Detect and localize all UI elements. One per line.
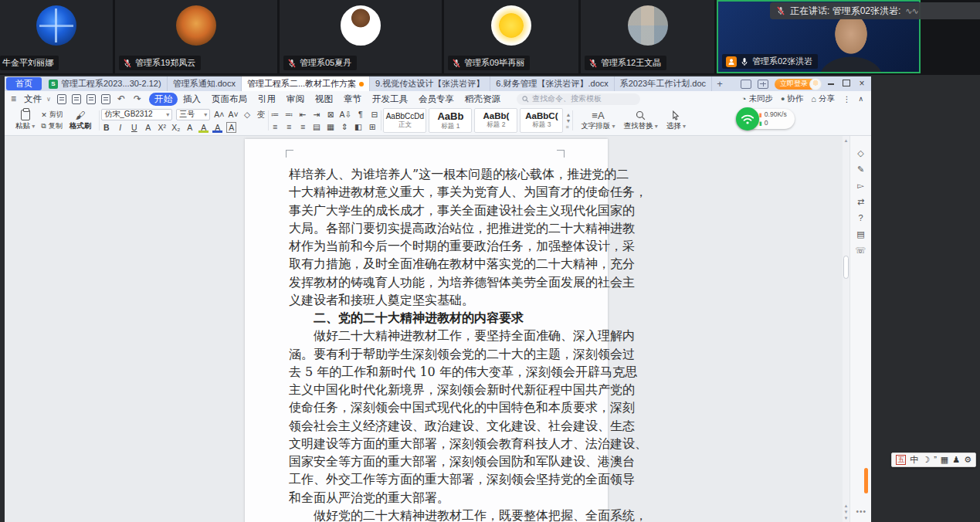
sidebar-tool-icon[interactable]: ⇄ (855, 197, 867, 207)
undo-icon[interactable]: ↶ (116, 93, 127, 104)
font-tool-icon[interactable]: 变 (256, 109, 266, 120)
sidebar-tool-icon[interactable]: ✎ (855, 164, 867, 175)
ribbon-tab-home[interactable]: 开始 (149, 93, 178, 106)
doc-tab[interactable]: W 系2023年工作计划.doc (615, 76, 712, 91)
redo-icon[interactable]: ↷ (132, 93, 143, 104)
paragraph-tool-icon[interactable]: ⇤ (298, 109, 308, 120)
font-format-button[interactable]: A (198, 122, 209, 133)
style-normal[interactable]: AaBbCcDd正文 (383, 108, 426, 133)
font-name-select[interactable]: 仿宋_GB2312▾ (101, 109, 172, 120)
font-size-select[interactable]: 三号▾ (176, 109, 210, 120)
style-heading3[interactable]: AaBbC(标题 3 (520, 108, 563, 133)
ime-bar-item[interactable]: ☽ (922, 454, 930, 466)
cut-button[interactable]: ✕剪切 (41, 110, 63, 120)
paragraph-tool-icon[interactable]: ⊟ (369, 109, 379, 120)
prev-page-icon[interactable]: ▲ (843, 503, 849, 508)
sidebar-tool-icon[interactable]: ◇ (855, 148, 867, 158)
ribbon-tab-insert[interactable]: 插入 (178, 93, 206, 106)
login-button[interactable]: 立即登录 (775, 79, 820, 90)
sidebar-tool-icon[interactable]: ▻ (855, 181, 867, 191)
new-tab-button[interactable]: + (712, 76, 727, 91)
print-icon[interactable] (86, 94, 96, 104)
sidebar-more-button[interactable]: ••• (856, 507, 866, 516)
export-pdf-icon[interactable] (72, 94, 81, 104)
paragraph-tool-icon[interactable]: ▤ (312, 121, 322, 132)
paragraph-tool-icon[interactable]: ¶ (355, 109, 365, 120)
paragraph-tool-icon[interactable]: ≔ (270, 109, 280, 120)
ribbon-tab-developer[interactable]: 开发工具 (367, 93, 413, 106)
ime-bar-item[interactable]: 五 (896, 455, 906, 465)
video-tile[interactable]: 管理系12王文晶 (581, 0, 714, 73)
document-page[interactable]: 样培养人、为谁培养人”这一根本问题的核心载体，推进党的二十大精神进教材意义重大，… (245, 139, 608, 522)
workspace-grid-icon[interactable] (758, 80, 768, 89)
close-button[interactable]: × (857, 77, 866, 90)
paragraph-tool-icon[interactable]: ≡ (298, 121, 308, 132)
font-format-button[interactable]: X₂ (171, 122, 181, 133)
find-replace-button[interactable]: 查找替换 ▾ (622, 110, 660, 131)
scrollbar-thumb[interactable] (843, 256, 849, 279)
minimize-button[interactable] (826, 77, 836, 90)
doc-tab[interactable]: W 9.视觉传达设计【张洪岩评】 (370, 76, 490, 91)
sidebar-tool-icon[interactable]: ▤ (855, 229, 867, 239)
font-format-button[interactable]: A (226, 122, 236, 133)
font-format-button[interactable]: A (143, 122, 153, 133)
paragraph-tool-icon[interactable]: ◧ (354, 121, 364, 132)
format-painter-button[interactable]: 🖌 格式刷 (67, 110, 94, 131)
print-preview-icon[interactable] (101, 94, 110, 104)
paragraph-tool-icon[interactable]: ▦ (326, 121, 336, 132)
font-tool-icon[interactable]: A˄ (214, 109, 224, 120)
doc-tab-active[interactable]: W 管理工程系二...教材工作方案 (242, 76, 370, 91)
select-button[interactable]: 选择 ▾ (664, 110, 688, 131)
ime-bar-item[interactable]: ♟ (952, 454, 960, 466)
document-text[interactable]: 样培养人、为谁培养人”这一根本问题的核心载体，推进党的二十大精神进教材意义重大，… (289, 165, 562, 522)
style-scroll-down-icon[interactable]: ▼ (565, 118, 571, 124)
layout-mode-icon[interactable] (741, 80, 751, 89)
ribbon-tab-page-layout[interactable]: 页面布局 (206, 93, 253, 106)
command-search-input[interactable]: 查找命令、搜索模板 (517, 93, 640, 105)
doc-tab[interactable]: W 管理系通知.docx (168, 76, 242, 91)
font-format-button[interactable]: B (101, 122, 111, 133)
font-tool-icon[interactable]: ◇ (242, 109, 253, 120)
text-layout-button[interactable]: ≡A 文字排版 ▾ (578, 110, 617, 131)
vertical-scrollbar[interactable]: ▲ ▲ ▼ ▼ (843, 136, 849, 522)
style-heading2[interactable]: AaBb(标题 2 (474, 108, 517, 133)
video-tile[interactable]: 牛金平刘丽娜 (0, 0, 113, 73)
ime-bar-item[interactable]: ” (934, 454, 937, 466)
sync-status[interactable]: ◔未同步 (741, 93, 773, 104)
ribbon-tab-review[interactable]: 审阅 (281, 93, 310, 106)
home-tab[interactable]: 首页 (6, 77, 42, 90)
save-icon[interactable] (57, 94, 66, 104)
net-speed-widget[interactable]: 0.90K/s 0 (736, 108, 795, 130)
document-canvas[interactable]: 样培养人、为谁培养人”这一根本问题的核心载体，推进党的二十大精神进教材意义重大，… (5, 136, 854, 522)
font-tool-icon[interactable]: A˅ (228, 109, 238, 120)
ribbon-tab-references[interactable]: 引用 (253, 93, 281, 106)
doc-tab[interactable]: S 管理工程系2023...30-2.12) (43, 76, 168, 91)
hamburger-icon[interactable]: ≡ (5, 93, 19, 104)
restore-button[interactable] (842, 77, 851, 90)
paragraph-tool-icon[interactable]: ≡ (270, 121, 280, 132)
ribbon-tab-member[interactable]: 会员专享 (413, 93, 459, 106)
scroll-down-icon[interactable]: ▼ (843, 516, 849, 520)
style-scroll-up-icon[interactable]: ▲ (565, 112, 571, 117)
paragraph-tool-icon[interactable]: ⇕ (340, 121, 350, 132)
video-tile[interactable]: 管理系09毕再丽 (444, 0, 578, 73)
paragraph-tool-icon[interactable]: ≡ (284, 121, 294, 132)
sidebar-tool-icon[interactable]: ☏ (855, 246, 867, 256)
more-menu-icon[interactable]: ⋮ (843, 94, 851, 103)
font-format-button[interactable]: U (129, 122, 139, 133)
collapse-ribbon-icon[interactable]: ∧ (858, 95, 863, 103)
font-format-button[interactable]: I (115, 122, 125, 133)
scroll-up-icon[interactable]: ▲ (843, 138, 849, 143)
font-format-button[interactable]: A (185, 122, 195, 133)
style-gallery-expand-icon[interactable]: ≡ (565, 124, 571, 130)
next-page-icon[interactable]: ▼ (843, 510, 849, 514)
paragraph-tool-icon[interactable]: ≕ (284, 109, 294, 120)
copy-button[interactable]: ⧉复制 (41, 121, 63, 131)
ribbon-tab-docer[interactable]: 稻壳资源 (459, 93, 506, 106)
ribbon-tab-section[interactable]: 章节 (338, 93, 367, 106)
video-tile[interactable]: 管理系19郑凤云 (115, 0, 277, 73)
paragraph-tool-icon[interactable]: ⇥ (312, 109, 322, 120)
ime-bar-item[interactable]: ⚙ (964, 454, 972, 466)
video-tile[interactable]: 管理系05夏丹 (280, 0, 442, 73)
share-button[interactable]: ⌂分享 (811, 93, 835, 104)
